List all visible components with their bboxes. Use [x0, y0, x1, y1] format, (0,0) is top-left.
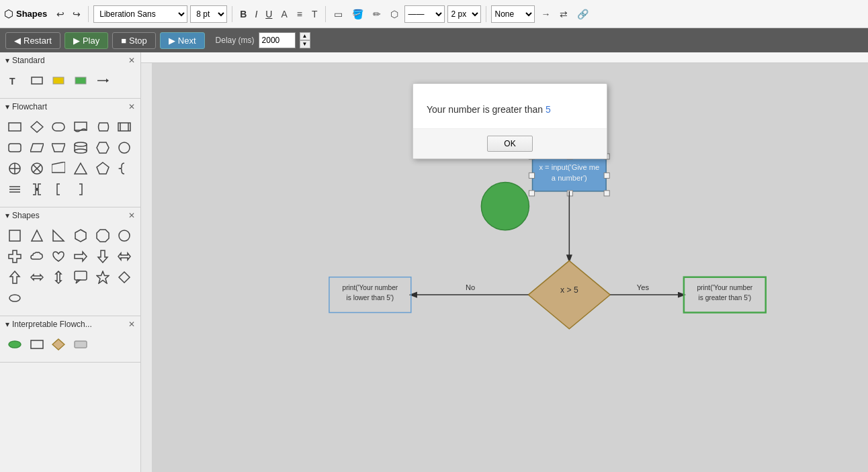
fc-bracket-left[interactable]	[49, 180, 68, 199]
shape-diamond-small[interactable]	[115, 268, 134, 287]
link-icon[interactable]: 🔗	[574, 7, 592, 21]
separator-4	[486, 6, 486, 22]
shape-circle[interactable]	[115, 226, 134, 245]
fc-circle-x[interactable]	[28, 159, 46, 178]
shape-triangle[interactable]	[28, 226, 46, 245]
fc-cylinder[interactable]	[71, 138, 90, 157]
stop-button[interactable]: ■ Stop	[112, 32, 156, 49]
svg-marker-42	[118, 253, 130, 260]
redo-button[interactable]: ↪	[70, 7, 83, 21]
italic-button[interactable]: I	[252, 7, 260, 21]
fc-terminal[interactable]	[49, 117, 68, 136]
stop-icon: ■	[121, 36, 126, 46]
shape-callout[interactable]	[71, 268, 90, 287]
rect-icon[interactable]: ▭	[331, 7, 346, 21]
shape-up-arrow[interactable]	[5, 268, 24, 287]
shape-right-arrow[interactable]	[71, 247, 90, 266]
shape-cloud[interactable]	[28, 247, 46, 266]
shape-h-double-arrow[interactable]	[28, 268, 46, 287]
shape-text[interactable]: T	[5, 71, 24, 90]
shape-yellow-rect[interactable]	[49, 71, 68, 90]
fc-brace-right[interactable]	[115, 159, 134, 178]
interpretable-chevron: ▾	[5, 320, 9, 329]
shape-down-arrow[interactable]	[93, 247, 112, 266]
fc-display[interactable]	[93, 117, 112, 136]
shape-hexagon[interactable]	[71, 226, 90, 245]
svg-rect-34	[9, 230, 20, 241]
standard-header[interactable]: ▾ Standard ✕	[0, 52, 140, 68]
line-style-select[interactable]: —— - - -	[404, 5, 445, 23]
shape-arrow[interactable]	[93, 71, 112, 90]
reverse-icon[interactable]: ⇄	[556, 7, 571, 21]
delay-spinner[interactable]: ▲ ▼	[300, 32, 310, 48]
standard-shapes-grid: T	[0, 68, 140, 93]
fc-rect-rounded[interactable]	[5, 138, 24, 157]
standard-close[interactable]: ✕	[128, 56, 135, 65]
shapes-header[interactable]: ▾ Shapes ✕	[0, 207, 140, 224]
interp-process[interactable]	[28, 335, 46, 354]
shape-oval[interactable]	[5, 289, 24, 308]
fc-predefined[interactable]	[115, 117, 134, 136]
fc-process[interactable]	[5, 117, 24, 136]
shape-cross[interactable]	[5, 247, 24, 266]
shape-rect[interactable]	[28, 71, 46, 90]
interpretable-header[interactable]: ▾ Interpretable Flowch... ✕	[0, 316, 140, 332]
separator-3	[325, 6, 326, 22]
fc-decision[interactable]	[28, 117, 46, 136]
svg-point-21	[119, 142, 130, 153]
line-color-icon[interactable]: ✏	[370, 7, 384, 21]
shape-green-rect[interactable]	[71, 71, 90, 90]
arrow-start-select[interactable]: None	[491, 5, 535, 23]
ok-button[interactable]: OK	[487, 136, 532, 152]
play-button[interactable]: ▶ Play	[64, 32, 108, 49]
next-button[interactable]: ▶ Next	[160, 32, 205, 49]
fill-icon[interactable]: 🪣	[349, 7, 367, 21]
align-icon[interactable]: ≡	[294, 7, 306, 21]
fc-hexagon[interactable]	[93, 138, 112, 157]
fc-trapezoid[interactable]	[49, 138, 68, 157]
font-family-select[interactable]: Liberation Sans Arial Times New Roman	[93, 5, 187, 23]
app-icon: ⬡	[4, 7, 13, 20]
fc-brace-left[interactable]	[28, 180, 46, 199]
flowchart-header[interactable]: ▾ Flowchart ✕	[0, 99, 140, 115]
font-color-icon[interactable]: A	[277, 7, 290, 21]
fc-circle-cross[interactable]	[5, 159, 24, 178]
restart-button[interactable]: ◀ Restart	[5, 32, 60, 49]
shape-square[interactable]	[5, 226, 24, 245]
interp-decision[interactable]	[49, 335, 68, 354]
text-icon[interactable]: T	[308, 7, 321, 21]
fc-document[interactable]	[71, 117, 90, 136]
delay-down-button[interactable]: ▼	[300, 40, 310, 48]
fc-circle[interactable]	[115, 138, 134, 157]
svg-marker-15	[52, 144, 65, 152]
flowchart-chevron: ▾	[5, 102, 9, 111]
delay-up-button[interactable]: ▲	[300, 32, 310, 40]
shape-right-triangle[interactable]	[49, 226, 68, 245]
shape-star[interactable]	[93, 268, 112, 287]
shape-icon[interactable]: ⬡	[387, 7, 402, 21]
shape-heart[interactable]	[49, 247, 68, 266]
shape-octagon[interactable]	[93, 226, 112, 245]
fc-bracket-right[interactable]	[71, 180, 90, 199]
standard-label: Standard	[12, 56, 45, 65]
underline-button[interactable]: U	[263, 7, 275, 21]
delay-input[interactable]	[259, 32, 296, 48]
fc-triangle[interactable]	[71, 159, 90, 178]
shape-v-double-arrow[interactable]	[49, 268, 68, 287]
line-width-select[interactable]: 2 px 1 px 3 px	[447, 5, 481, 23]
shape-double-arrow[interactable]	[115, 247, 134, 266]
flowchart-close[interactable]: ✕	[128, 102, 135, 111]
fc-lines[interactable]	[5, 180, 24, 199]
interpretable-close[interactable]: ✕	[128, 320, 135, 329]
interp-start[interactable]	[5, 335, 24, 354]
font-size-select[interactable]: 8 pt 10 pt 12 pt	[190, 5, 227, 23]
dialog-footer: OK	[413, 128, 607, 158]
shapes-close[interactable]: ✕	[128, 211, 135, 220]
undo-button[interactable]: ↩	[54, 7, 67, 21]
fc-pentagon[interactable]	[93, 159, 112, 178]
bold-button[interactable]: B	[237, 7, 249, 21]
interp-end[interactable]	[71, 335, 90, 354]
fc-data[interactable]	[28, 138, 46, 157]
fc-manual[interactable]	[49, 159, 68, 178]
canvas-area[interactable]: x = input('Give me a number') x > 5	[141, 52, 868, 472]
